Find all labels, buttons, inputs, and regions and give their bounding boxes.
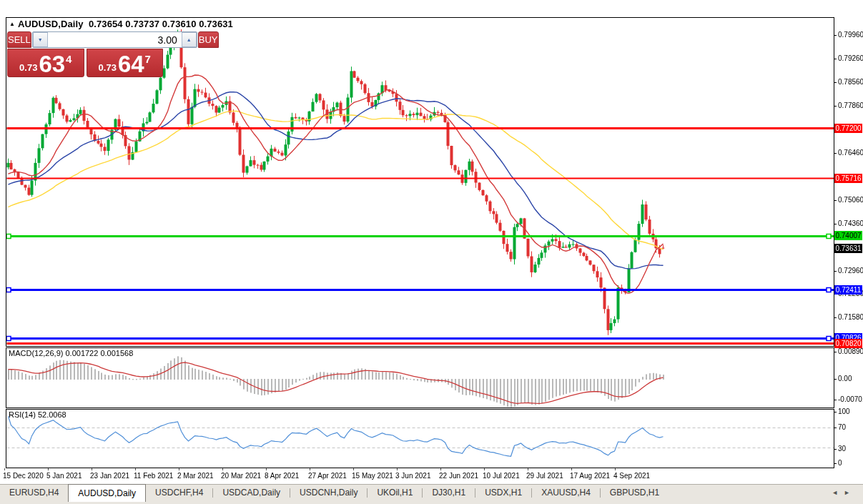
macd-axis-label: -0.00701 [838,396,863,403]
price-tick-label: 0.78560 [838,79,863,86]
chart-tab-ukoil[interactable]: UKOil,H1 [368,485,422,501]
macd-indicator-label: MACD(12,26,9) 0.001722 0.001568 [9,349,133,357]
price-tick-label: 0.76460 [838,149,863,157]
chart-tab-eurusd[interactable]: EURUSD,H4 [0,485,68,501]
date-tick-label: 15 Dec 2020 [3,472,44,480]
macd-axis-label: 0.00 [838,375,852,382]
date-tick-label: 2 Mar 2021 [177,472,214,480]
rsi-axis-label: 0 [838,460,842,467]
chart-tab-gbpusd[interactable]: GBPUSD,H1 [601,485,669,501]
chart-title: ▲AUDUSD,Daily 0.73654 0.73737 0.73610 0.… [9,19,233,29]
buy-price-main: 64 [118,54,144,75]
hline-price-label: 0.70820 [834,339,862,348]
rsi-axis-label: 100 [838,408,850,415]
chart-tab-bar: EURUSD,H4AUDUSD,DailyUSDCHF,H4USDCAD,Dai… [0,484,863,504]
date-tick-label: 23 Jan 2021 [90,472,129,480]
chart-tab-usdcad[interactable]: USDCAD,Daily [213,485,290,501]
trading-app: 5M30H1H4D1W1MN ▲AUDUSD,Daily 0.73654 0.7… [0,0,863,504]
chart-tab-xauusd[interactable]: XAUUSD,H4 [532,485,600,501]
price-tick-label: 0.77860 [838,102,863,109]
hline-price-label: 0.77200 [834,124,862,133]
volume-decrease-button[interactable]: ▼ [33,32,48,47]
chart-ohlc-values: 0.73654 0.73737 0.73610 0.73631 [89,19,233,29]
collapse-arrow-icon[interactable]: ▲ [9,21,15,27]
date-tick-label: 17 Aug 2021 [570,472,610,480]
hline-price-label: 0.72411 [834,285,862,295]
macd-axis-label: 0.008904 [838,348,863,355]
sell-button[interactable]: SELL [7,31,31,48]
chart-tab-dj30[interactable]: DJ30,H1 [423,485,475,501]
price-tick-label: 0.79260 [838,55,863,62]
chart-tab-usdcnh[interactable]: USDCNH,Daily [290,485,367,501]
date-tick-label: 8 Apr 2021 [265,472,299,480]
sell-price-pip: 4 [66,53,71,65]
rsi-axis-label: 70 [838,424,846,431]
volume-spinner: ▼ ▲ [32,31,197,48]
date-tick-label: 20 Mar 2021 [221,472,261,480]
date-tick-label: 15 May 2021 [352,472,393,480]
date-tick-label: 29 Jul 2021 [526,472,563,480]
tab-scroll-arrows[interactable]: ◄► [832,489,856,496]
price-tick-label: 0.75060 [838,197,863,204]
price-tick-label: 0.71580 [838,314,863,321]
rsi-indicator-label: RSI(14) 52.0068 [9,410,66,419]
tab-scroll-left-icon[interactable]: ◄ [832,489,844,496]
tab-scroll-right-icon[interactable]: ► [844,489,856,496]
hline-price-label: 0.74007 [834,231,862,240]
date-tick-label: 3 Jun 2021 [395,472,431,480]
date-tick-label: 4 Sep 2021 [613,472,650,480]
date-tick-label: 27 Apr 2021 [308,472,347,480]
chart-tab-usdx[interactable]: USDX,H1 [475,485,531,501]
chart-tab-audusd[interactable]: AUDUSD,Daily [68,484,146,502]
buy-price-pip: 7 [145,53,151,65]
one-click-trading-panel: SELL ▼ ▲ BUY 0.73 63 4 0.73 64 7 [7,31,163,77]
buy-button[interactable]: BUY [198,31,219,48]
date-tick-label: 22 Jun 2021 [439,472,478,480]
chart-symbol-label: AUDUSD,Daily [18,19,84,29]
price-tick-label: 0.72960 [838,267,863,275]
date-tick-label: 5 Jan 2021 [46,472,82,480]
chart-tab-usdchf[interactable]: USDCHF,H4 [146,485,212,501]
date-tick-label: 10 Jul 2021 [483,472,520,480]
volume-increase-button[interactable]: ▲ [182,32,197,47]
volume-input[interactable] [48,32,182,47]
sell-price-tile[interactable]: 0.73 63 4 [7,49,84,77]
sell-price-prefix: 0.73 [19,62,37,73]
rsi-axis-label: 30 [838,445,846,453]
hline-price-label: 0.75716 [834,174,862,183]
price-tick-label: 0.74360 [838,220,863,227]
current-price-label: 0.73631 [834,244,862,253]
sell-price-main: 63 [39,54,65,75]
date-tick-label: 11 Feb 2021 [134,472,173,480]
buy-price-prefix: 0.73 [99,62,117,73]
price-tick-label: 0.79960 [838,31,863,39]
buy-price-tile[interactable]: 0.73 64 7 [87,49,164,77]
